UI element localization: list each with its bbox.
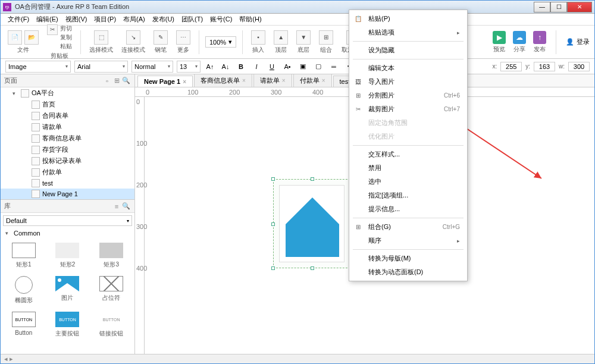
tree-root[interactable]: ▾OA平台 bbox=[1, 87, 134, 99]
resize-handle-n[interactable] bbox=[311, 177, 314, 181]
lib-search-icon[interactable]: 🔍 bbox=[121, 202, 131, 211]
lib-placeholder[interactable]: 占位符 bbox=[90, 274, 132, 307]
connect-mode-icon[interactable]: ↘ bbox=[126, 30, 140, 45]
ctx-paste-options[interactable]: 粘贴选项▸ bbox=[349, 26, 467, 39]
publish-icon[interactable]: ↑ bbox=[533, 31, 546, 44]
tree-item[interactable]: 合同表单 bbox=[1, 110, 134, 121]
ctx-tooltip[interactable]: 提示信息... bbox=[349, 202, 467, 216]
open-file-icon[interactable]: 📂 bbox=[24, 30, 39, 45]
add-page-icon[interactable]: ▫ bbox=[102, 76, 112, 86]
cut-icon[interactable]: ✂ bbox=[47, 24, 58, 35]
ctx-selection-group[interactable]: 指定[选项组... bbox=[349, 189, 467, 202]
new-file-icon[interactable]: 📄 bbox=[8, 30, 22, 45]
widget-type-combo[interactable]: Image▾ bbox=[5, 61, 71, 73]
ctx-crop-image[interactable]: ✂裁剪图片Ctrl+7 bbox=[349, 102, 467, 116]
lib-menu-icon[interactable]: ≡ bbox=[112, 202, 121, 211]
text-color-icon[interactable]: A▪ bbox=[281, 61, 293, 73]
menu-view[interactable]: 视图(V) bbox=[62, 14, 91, 25]
tree-item[interactable]: 首页 bbox=[1, 99, 134, 110]
search-icon[interactable]: 🔍 bbox=[121, 76, 131, 86]
tab[interactable]: 客商信息表单× bbox=[194, 74, 252, 87]
ctx-to-dynamic-panel[interactable]: 转换为动态面板(D) bbox=[349, 265, 467, 279]
tree-item-selected[interactable]: New Page 1 bbox=[1, 189, 134, 199]
close-button[interactable]: ✕ bbox=[567, 2, 592, 12]
lib-rect2[interactable]: 矩形2 bbox=[47, 240, 89, 271]
menu-help[interactable]: 帮助(H) bbox=[236, 14, 265, 25]
resize-handle-s[interactable] bbox=[311, 266, 314, 270]
maximize-button[interactable]: ☐ bbox=[550, 2, 567, 12]
minimize-button[interactable]: — bbox=[534, 2, 550, 12]
resize-handle-sw[interactable] bbox=[271, 266, 275, 270]
lib-ellipse[interactable]: 椭圆形 bbox=[3, 274, 45, 307]
border-width-icon[interactable]: ═ bbox=[328, 61, 340, 73]
send-back-icon[interactable]: ▼ bbox=[296, 30, 311, 45]
login-button[interactable]: 👤登录 bbox=[566, 37, 590, 46]
ctx-group[interactable]: ⊞组合(G)Ctrl+G bbox=[349, 220, 467, 234]
menu-project[interactable]: 项目(P) bbox=[90, 14, 120, 25]
file-group-label: 文件 bbox=[17, 46, 29, 54]
resize-handle-w[interactable] bbox=[271, 222, 275, 226]
add-folder-icon[interactable]: ⊞ bbox=[112, 76, 121, 86]
font-weight-combo[interactable]: Normal▾ bbox=[131, 61, 173, 73]
tree-item[interactable]: test bbox=[1, 178, 134, 189]
tab-active[interactable]: New Page 1× bbox=[137, 76, 193, 87]
font-family-combo[interactable]: Arial▾ bbox=[74, 61, 128, 73]
tree-item[interactable]: 请款单 bbox=[1, 121, 134, 133]
group-icon[interactable]: ⊞ bbox=[319, 30, 333, 45]
font-decrease-icon[interactable]: A↓ bbox=[220, 61, 231, 73]
tab-close-icon[interactable]: × bbox=[183, 79, 186, 85]
font-size-combo[interactable]: 13▾ bbox=[177, 61, 201, 73]
lib-rect1[interactable]: 矩形1 bbox=[3, 240, 45, 271]
resize-handle-nw[interactable] bbox=[271, 177, 275, 181]
image-widget[interactable] bbox=[279, 185, 345, 262]
bold-button[interactable]: B bbox=[235, 61, 247, 73]
ctx-set-hidden[interactable]: 设为隐藏 bbox=[349, 43, 467, 57]
tab[interactable]: 付款单× bbox=[293, 74, 332, 87]
y-input[interactable]: 163 bbox=[534, 62, 555, 71]
menu-team[interactable]: 团队(T) bbox=[178, 14, 206, 25]
share-icon[interactable]: ☁ bbox=[513, 31, 526, 44]
border-color-icon[interactable]: ▢ bbox=[312, 61, 324, 73]
ctx-paste[interactable]: 📋粘贴(P) bbox=[349, 12, 467, 26]
italic-button[interactable]: I bbox=[250, 61, 262, 73]
menu-edit[interactable]: 编辑(E) bbox=[33, 14, 62, 25]
tree-item[interactable]: 客商信息表单 bbox=[1, 133, 134, 144]
zoom-combo[interactable]: 100%▾ bbox=[205, 36, 236, 48]
insert-icon[interactable]: ▪ bbox=[251, 30, 265, 45]
menu-account[interactable]: 账号(C) bbox=[206, 14, 236, 25]
ctx-interaction-styles[interactable]: 交互样式... bbox=[349, 148, 467, 161]
ctx-order[interactable]: 顺序▸ bbox=[349, 234, 467, 247]
ctx-import-image[interactable]: 🖼导入图片 bbox=[349, 75, 467, 89]
select-mode-icon[interactable]: ⬚ bbox=[94, 30, 108, 45]
underline-button[interactable]: U bbox=[266, 61, 278, 73]
lib-link-button[interactable]: BUTTON链接按钮 bbox=[90, 309, 132, 340]
lib-image[interactable]: 图片 bbox=[47, 274, 89, 307]
library-select[interactable]: Default▾ bbox=[3, 215, 132, 226]
tree-item[interactable]: 付款单 bbox=[1, 167, 134, 178]
ctx-fix-border: 固定边角范围 bbox=[349, 116, 467, 130]
menu-layout[interactable]: 布局(A) bbox=[120, 14, 149, 25]
pen-icon[interactable]: ✎ bbox=[154, 30, 168, 45]
lib-section[interactable]: ▾Common bbox=[1, 228, 134, 238]
menu-publish[interactable]: 发布(U) bbox=[149, 14, 178, 25]
tree-item[interactable]: 存货字段 bbox=[1, 144, 134, 155]
ctx-disable[interactable]: 禁用 bbox=[349, 161, 467, 175]
w-input[interactable]: 300 bbox=[568, 62, 590, 71]
tab[interactable]: 请款单× bbox=[253, 74, 292, 87]
font-increase-icon[interactable]: A↑ bbox=[204, 61, 216, 73]
ctx-selected[interactable]: 选中 bbox=[349, 175, 467, 189]
more-icon[interactable]: ⋯ bbox=[176, 30, 190, 45]
lib-rect3[interactable]: 矩形3 bbox=[90, 240, 132, 271]
menu-file[interactable]: 文件(F) bbox=[4, 14, 33, 25]
lib-button[interactable]: BUTTONButton bbox=[3, 309, 45, 340]
x-input[interactable]: 255 bbox=[500, 62, 522, 71]
tree-item[interactable]: 投标记录表单 bbox=[1, 155, 134, 167]
ctx-split-image[interactable]: ⊞分割图片Ctrl+6 bbox=[349, 89, 467, 102]
fill-color-icon[interactable]: ▣ bbox=[297, 61, 309, 73]
ctx-edit-text[interactable]: 编辑文本 bbox=[349, 61, 467, 75]
vertical-ruler: 0 100 200 300 400 bbox=[135, 97, 145, 354]
ctx-to-master[interactable]: 转换为母版(M) bbox=[349, 252, 467, 265]
bring-front-icon[interactable]: ▲ bbox=[274, 30, 288, 45]
lib-primary-button[interactable]: BUTTON主要按钮 bbox=[47, 309, 89, 340]
preview-icon[interactable]: ▶ bbox=[493, 31, 506, 44]
